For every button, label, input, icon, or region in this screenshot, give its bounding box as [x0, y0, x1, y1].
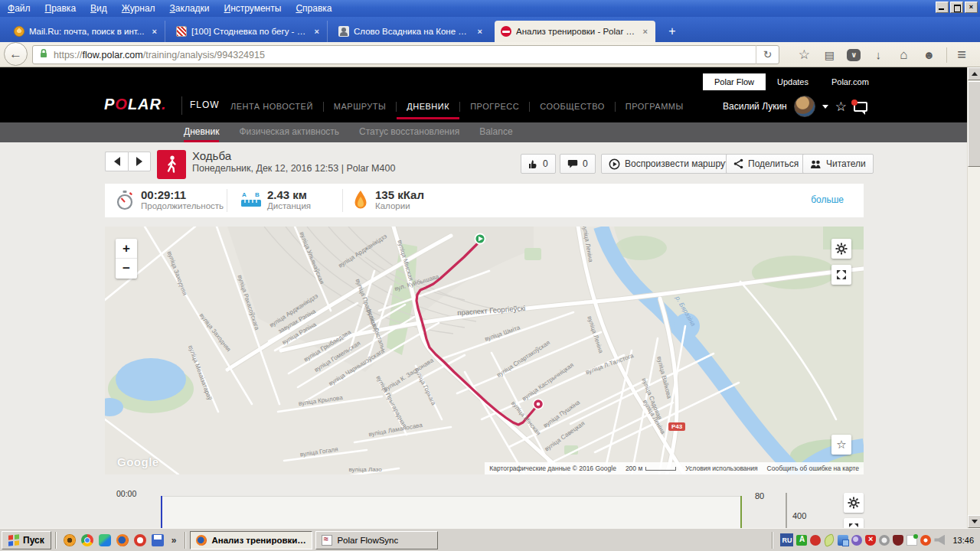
- menu-help[interactable]: Справка: [296, 3, 332, 14]
- bug-red-icon[interactable]: [810, 535, 821, 546]
- task-button-firefox[interactable]: Анализ тренировки - ...: [190, 531, 312, 549]
- bookmark-star-icon[interactable]: [796, 47, 812, 63]
- previous-session-button[interactable]: [105, 152, 128, 171]
- subnav-recovery[interactable]: Статус восстановления: [359, 122, 459, 142]
- favorites-star-icon[interactable]: ☆: [835, 99, 847, 115]
- home-icon[interactable]: [896, 47, 911, 63]
- security-shield-alert-icon[interactable]: [865, 535, 876, 546]
- site-tab-polarcom[interactable]: Polar.com: [820, 73, 880, 90]
- menu-view[interactable]: Вид: [90, 3, 107, 14]
- nav-progress[interactable]: ПРОГРЕСС: [460, 93, 529, 119]
- map-fullscreen-button[interactable]: [831, 265, 851, 285]
- replay-route-button[interactable]: Воспроизвести маршрут: [601, 154, 737, 174]
- more-link[interactable]: больше: [811, 194, 844, 205]
- nav-programs[interactable]: ПРОГРАММЫ: [616, 93, 694, 119]
- task-button-flowsync[interactable]: Polar FlowSync: [315, 531, 438, 549]
- hello-chat-icon[interactable]: [921, 47, 936, 63]
- subnav-diary[interactable]: Дневник: [184, 122, 219, 142]
- nav-routes[interactable]: МАРШРУТЫ: [324, 93, 396, 119]
- report-error-link[interactable]: Сообщить об ошибке на карте: [763, 462, 864, 474]
- url-bar[interactable]: https://flow.polar.com/training/analysis…: [32, 45, 779, 64]
- firefox-icon[interactable]: [116, 534, 129, 546]
- sport-title: Ходьба: [192, 149, 231, 162]
- tab-mailru[interactable]: Mail.Ru: почта, поиск в инт... ×: [8, 21, 165, 42]
- notifications-chat-icon[interactable]: [854, 102, 867, 112]
- messenger-blue-icon[interactable]: [99, 534, 111, 546]
- polar-logo[interactable]: POLAR.: [104, 96, 167, 113]
- reload-icon[interactable]: ↻: [756, 45, 779, 64]
- scroll-up-button[interactable]: [968, 67, 980, 80]
- comments-button[interactable]: 0: [560, 154, 596, 174]
- map-attribution: Картографические данные © 2016 Google 20…: [485, 462, 864, 474]
- new-tab-button[interactable]: +: [663, 23, 681, 40]
- minimize-button[interactable]: [936, 2, 949, 13]
- subnav-balance[interactable]: Balance: [479, 122, 512, 142]
- terms-link[interactable]: Условия использования: [681, 462, 762, 474]
- map-favorite-star-button[interactable]: ☆: [831, 435, 851, 455]
- utorrent-icon[interactable]: [851, 535, 862, 546]
- calories-stat: 135 кКалКалории: [352, 188, 424, 214]
- close-button[interactable]: ×: [965, 2, 978, 13]
- pocket-icon[interactable]: [847, 49, 861, 61]
- restore-button[interactable]: [950, 2, 963, 13]
- polar-flow-page: Polar Flow Updates Polar.com POLAR. FLOW…: [0, 67, 967, 528]
- tab-polar-flow-active[interactable]: Анализ тренировки - Polar F... ×: [495, 21, 655, 42]
- start-button[interactable]: Пуск: [2, 531, 51, 549]
- tab-close-icon[interactable]: ×: [476, 27, 484, 36]
- user-avatar[interactable]: [794, 96, 815, 117]
- mail-notifier-icon[interactable]: [906, 535, 917, 546]
- volume-icon[interactable]: [934, 535, 945, 546]
- nav-community[interactable]: СООБЩЕСТВО: [530, 93, 615, 119]
- language-indicator[interactable]: RU: [780, 533, 793, 546]
- site-tab-updates[interactable]: Updates: [766, 73, 820, 90]
- tab-close-icon[interactable]: ×: [642, 27, 649, 36]
- reading-list-icon[interactable]: [822, 47, 837, 63]
- opera-icon[interactable]: [134, 534, 146, 546]
- tab-slovo[interactable]: Слово Всадника на Коне Бе... ×: [332, 21, 490, 42]
- leaf-icon[interactable]: [822, 533, 836, 547]
- chart-fullscreen-button[interactable]: [844, 518, 864, 528]
- zoom-out-button[interactable]: −: [116, 259, 137, 279]
- quick-launch-bar: [60, 534, 167, 546]
- floppy-save-icon[interactable]: [152, 534, 164, 546]
- menu-icon[interactable]: [946, 47, 966, 63]
- back-button[interactable]: ←: [4, 42, 28, 66]
- menu-tools[interactable]: Инструменты: [224, 3, 282, 14]
- network-cubes-icon[interactable]: [838, 535, 848, 546]
- nav-feed[interactable]: ЛЕНТА НОВОСТЕЙ: [220, 93, 323, 119]
- app-orange-icon[interactable]: [920, 535, 931, 546]
- webcam-icon[interactable]: [879, 535, 890, 546]
- quicklaunch-overflow-chevron[interactable]: »: [167, 535, 181, 546]
- next-session-button[interactable]: [128, 152, 151, 171]
- https-lock-icon: [39, 48, 48, 62]
- shield-dark-icon[interactable]: [893, 535, 903, 546]
- nav-diary[interactable]: ДНЕВНИК: [397, 93, 459, 119]
- vertical-scrollbar[interactable]: [967, 67, 980, 528]
- google-logo[interactable]: Google: [117, 455, 159, 468]
- walking-sport-icon: [157, 150, 186, 179]
- menu-edit[interactable]: Правка: [45, 3, 77, 14]
- chevron-down-icon[interactable]: [822, 105, 828, 109]
- site-tab-polar-flow[interactable]: Polar Flow: [703, 73, 766, 90]
- menu-bookmarks[interactable]: Закладки: [170, 3, 210, 14]
- chart-settings-button[interactable]: [844, 493, 864, 513]
- subnav-activity[interactable]: Физическая активность: [239, 122, 339, 142]
- scrollbar-thumb[interactable]: [968, 81, 980, 167]
- tab-close-icon[interactable]: ×: [151, 27, 158, 36]
- followers-button[interactable]: Читатели: [802, 154, 874, 174]
- share-button[interactable]: Поделиться: [726, 154, 806, 174]
- like-button[interactable]: 0: [521, 154, 556, 174]
- menu-file[interactable]: Файл: [8, 3, 31, 14]
- tab-stodnevka[interactable]: [100] Стодневка по бегу - 5... ×: [170, 21, 328, 42]
- route-map[interactable]: вуліца Мінскаявул. Куйбышавапраспект Гео…: [105, 227, 864, 474]
- download-icon[interactable]: [871, 47, 886, 63]
- menu-history[interactable]: Журнал: [122, 3, 155, 14]
- scroll-down-button[interactable]: [968, 515, 980, 528]
- map-settings-button[interactable]: [831, 239, 851, 259]
- app-orange-circle-icon[interactable]: [64, 534, 76, 546]
- zoom-in-button[interactable]: +: [116, 239, 137, 259]
- chrome-icon[interactable]: [81, 534, 93, 546]
- tab-close-icon[interactable]: ×: [313, 27, 321, 36]
- antivirus-a-icon[interactable]: [796, 535, 807, 546]
- user-name[interactable]: Василий Лукин: [723, 101, 787, 112]
